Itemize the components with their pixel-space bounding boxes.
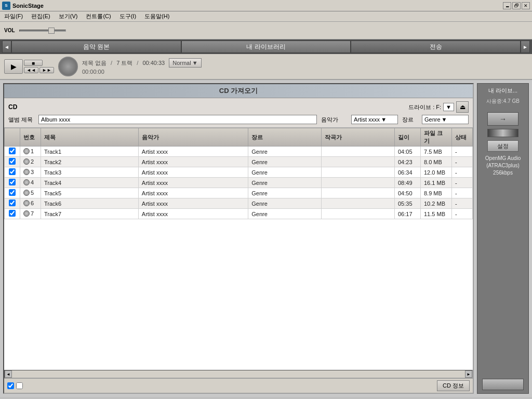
table-row[interactable]: 3 Track3 Artist xxxx Genre 06:34 12.0 MB…: [5, 167, 473, 178]
next-button[interactable]: ►►: [39, 67, 54, 73]
menu-help[interactable]: 도움말(H): [142, 12, 171, 21]
menu-file[interactable]: 파일(F): [2, 12, 25, 21]
track-checkbox[interactable]: [9, 200, 16, 206]
player-controls: ▶ ■ ◄◄ ►►: [4, 59, 54, 74]
quality-slider[interactable]: [487, 129, 518, 137]
menu-view[interactable]: 보기(V): [57, 12, 80, 21]
cd-label: CD: [8, 103, 17, 111]
cd-info-button[interactable]: CD 정보: [437, 380, 470, 391]
cd-panel-header: CD 드라이브 : F: ▼ ⏏ 앨범 제목 음악가 Artist xxxx ▼…: [4, 98, 473, 128]
scroll-left-button[interactable]: ◄: [5, 370, 12, 378]
track-genre: Genre: [248, 198, 322, 209]
right-bottom-button[interactable]: [482, 379, 524, 390]
track-table-wrapper[interactable]: 번호 제목 음악가 장르 작곡가 길이 파일 크기 상태: [4, 128, 473, 370]
track-duration: 00:40:33: [142, 60, 165, 66]
footer-checks: [7, 382, 23, 389]
track-title: Track1: [41, 147, 139, 157]
tab-arrow-left[interactable]: ◄: [2, 41, 11, 53]
scroll-track[interactable]: [12, 370, 465, 378]
track-artist: Artist xxxx: [138, 188, 248, 198]
col-artist: 음악가: [138, 128, 248, 147]
app-logo: S: [2, 2, 10, 10]
track-composer: [322, 198, 395, 209]
album-input[interactable]: [38, 115, 317, 124]
drive-select[interactable]: ▼: [443, 103, 454, 111]
track-checkbox[interactable]: [9, 179, 16, 185]
track-genre: Genre: [248, 209, 322, 219]
cd-disc-icon: [23, 200, 30, 206]
tab-my-library[interactable]: 내 라이브러리: [181, 41, 351, 53]
transfer-button[interactable]: →: [487, 112, 518, 126]
settings-button[interactable]: 설정: [487, 140, 518, 152]
minimize-button[interactable]: 🗕: [503, 2, 511, 9]
track-checkbox[interactable]: [9, 189, 16, 196]
play-mode-button[interactable]: Normal ▼: [169, 58, 201, 68]
album-label: 앨범 제목: [8, 116, 34, 124]
track-checkbox-cell[interactable]: [5, 167, 20, 178]
track-checkbox[interactable]: [9, 210, 16, 217]
menu-tools[interactable]: 도구(I): [117, 12, 138, 21]
table-row[interactable]: 5 Track5 Artist xxxx Genre 04:50 8.9 MB …: [5, 188, 473, 198]
genre-label: 장르: [402, 116, 418, 124]
track-checkbox[interactable]: [9, 148, 16, 154]
track-info: 제목 없음 / 7 트랙 / 00:40:33 Normal ▼ 00:00:0…: [82, 58, 528, 75]
track-status: -: [452, 157, 473, 167]
prev-button[interactable]: ◄◄: [24, 67, 38, 73]
track-num: 1: [20, 147, 41, 157]
track-length: 08:49: [395, 178, 421, 188]
track-checkbox-cell[interactable]: [5, 198, 20, 209]
track-checkbox[interactable]: [9, 168, 16, 175]
track-checkbox-cell[interactable]: [5, 188, 20, 198]
format-info: OpenMG Audio (ATRAC3plus) 256kbps: [485, 155, 521, 177]
col-composer: 작곡가: [322, 128, 395, 147]
track-checkbox-cell[interactable]: [5, 178, 20, 188]
menu-edit[interactable]: 편집(E): [29, 12, 52, 21]
menu-controls[interactable]: 컨트롤(C): [84, 12, 113, 21]
player-info: 제목 없음 / 7 트랙 / 00:40:33 Normal ▼ 00:00:0…: [58, 57, 528, 76]
table-row[interactable]: 1 Track1 Artist xxxx Genre 04:05 7.5 MB …: [5, 147, 473, 157]
deselect-checkbox[interactable]: [16, 382, 23, 389]
artist-select[interactable]: Artist xxxx ▼: [351, 115, 398, 124]
right-panel: 내 라이브... 사용중:4.7 GB → 설정 OpenMG Audio (A…: [477, 83, 529, 394]
current-time: 00:00:00: [82, 69, 528, 75]
tab-music-source[interactable]: 음악 원본: [11, 41, 181, 53]
main-area: CD 가져오기 CD 드라이브 : F: ▼ ⏏ 앨범 제목 음악가 Artis…: [0, 80, 532, 397]
scroll-right-button[interactable]: ►: [465, 370, 472, 378]
player-bar: ▶ ■ ◄◄ ►► 제목 없음 / 7 트랙 / 00:40: [0, 54, 532, 80]
track-checkbox[interactable]: [9, 158, 16, 165]
close-button[interactable]: ✕: [522, 2, 530, 9]
track-status: -: [452, 167, 473, 178]
horizontal-scrollbar[interactable]: ◄ ►: [4, 370, 473, 378]
select-all-checkbox[interactable]: [7, 382, 14, 389]
track-checkbox-cell[interactable]: [5, 209, 20, 219]
transport-bar: VOL: [0, 22, 532, 39]
play-button[interactable]: ▶: [4, 59, 23, 74]
track-composer: [322, 178, 395, 188]
tab-arrow-right[interactable]: ►: [521, 41, 530, 53]
cd-panel-footer: CD 정보: [4, 378, 473, 393]
col-check: [5, 128, 20, 147]
track-genre: Genre: [248, 147, 322, 157]
track-size: 11.5 MB: [421, 209, 452, 219]
restore-button[interactable]: 🗗: [512, 2, 521, 9]
table-row[interactable]: 4 Track4 Artist xxxx Genre 08:49 16.1 MB…: [5, 178, 473, 188]
col-number: 번호: [20, 128, 41, 147]
genre-select[interactable]: Genre ▼: [422, 115, 469, 124]
eject-button[interactable]: ⏏: [456, 101, 469, 113]
stop-button[interactable]: ■: [24, 60, 43, 66]
vol-slider[interactable]: [19, 30, 66, 32]
col-title: 제목: [41, 128, 139, 147]
track-checkbox-cell[interactable]: [5, 157, 20, 167]
menu-bar: 파일(F) 편집(E) 보기(V) 컨트롤(C) 도구(I) 도움말(H): [0, 11, 532, 22]
table-row[interactable]: 7 Track7 Artist xxxx Genre 06:17 11.5 MB…: [5, 209, 473, 219]
track-meta: 제목 없음 / 7 트랙 / 00:40:33 Normal ▼: [82, 58, 528, 68]
table-row[interactable]: 6 Track6 Artist xxxx Genre 05:35 10.2 MB…: [5, 198, 473, 209]
track-checkbox-cell[interactable]: [5, 147, 20, 157]
track-title: Track7: [41, 209, 139, 219]
vol-label: VOL: [4, 28, 15, 33]
track-title: Track5: [41, 188, 139, 198]
tab-transfer[interactable]: 전송: [351, 41, 521, 53]
vol-thumb[interactable]: [48, 28, 55, 34]
table-row[interactable]: 2 Track2 Artist xxxx Genre 04:23 8.0 MB …: [5, 157, 473, 167]
track-artist: Artist xxxx: [138, 209, 248, 219]
